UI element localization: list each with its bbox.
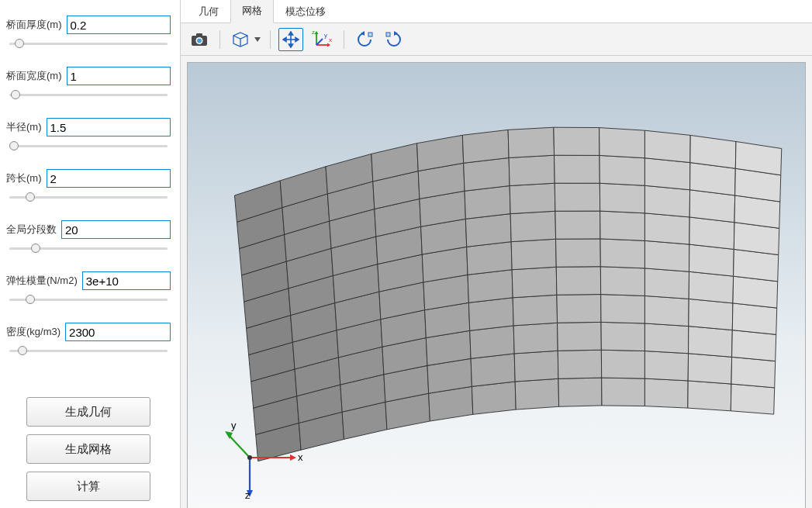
svg-marker-116 <box>555 183 599 211</box>
tab-mesh[interactable]: 网格 <box>230 0 274 23</box>
move-arrows-icon <box>282 31 299 48</box>
viewport-toolbar: z y x <box>181 23 812 56</box>
svg-marker-10 <box>289 44 293 47</box>
svg-rect-1 <box>196 33 202 36</box>
thickness-label: 桥面厚度(m) <box>6 18 62 32</box>
svg-marker-56 <box>558 322 602 351</box>
svg-marker-107 <box>689 217 734 250</box>
svg-line-147 <box>228 434 250 458</box>
svg-marker-102 <box>465 214 511 247</box>
svg-marker-32 <box>558 378 602 406</box>
svg-marker-91 <box>511 239 556 270</box>
svg-marker-146 <box>290 454 296 461</box>
svg-marker-70 <box>644 295 689 326</box>
svg-rect-24 <box>386 33 390 36</box>
span-slider[interactable] <box>6 192 171 206</box>
build-mesh-button[interactable]: 生成网格 <box>26 434 150 464</box>
toolbar-separator <box>219 30 220 49</box>
rotate-ccw-icon <box>355 31 374 48</box>
svg-marker-106 <box>644 213 689 244</box>
screenshot-button[interactable] <box>187 28 212 51</box>
axis-triad: x y z <box>219 415 304 500</box>
svg-marker-34 <box>644 378 688 408</box>
span-input[interactable] <box>47 169 171 188</box>
svg-marker-82 <box>644 268 689 299</box>
width-label: 桥面宽度(m) <box>6 69 62 83</box>
view-cube-dropdown[interactable] <box>253 28 262 51</box>
svg-marker-81 <box>600 267 644 296</box>
segments-slider[interactable] <box>6 244 171 257</box>
segments-label: 全局分段数 <box>6 223 57 237</box>
svg-marker-46 <box>644 351 688 381</box>
radius-input[interactable] <box>47 118 171 137</box>
svg-text:y: y <box>324 32 327 39</box>
radius-label: 半径(m) <box>6 120 42 134</box>
svg-marker-104 <box>555 211 600 239</box>
segments-input[interactable] <box>61 220 171 239</box>
xyz-axes-icon: z y x <box>310 29 333 50</box>
svg-marker-54 <box>470 326 514 358</box>
tab-geometry[interactable]: 几何 <box>187 0 230 23</box>
modulus-slider[interactable] <box>6 295 171 309</box>
svg-marker-138 <box>462 130 509 163</box>
svg-marker-129 <box>599 155 644 185</box>
svg-marker-139 <box>508 127 554 157</box>
svg-marker-118 <box>644 185 689 217</box>
viewport[interactable]: x y z <box>181 56 812 508</box>
svg-marker-143 <box>690 135 736 168</box>
width-slider[interactable] <box>6 90 171 104</box>
svg-text:x: x <box>329 36 332 43</box>
svg-marker-128 <box>555 155 600 183</box>
svg-marker-14 <box>315 31 319 34</box>
svg-marker-130 <box>644 158 689 190</box>
svg-marker-55 <box>513 323 558 354</box>
svg-point-151 <box>247 455 252 460</box>
width-input[interactable] <box>67 67 171 85</box>
svg-marker-117 <box>599 183 644 213</box>
svg-marker-11 <box>283 37 286 41</box>
svg-line-17 <box>316 39 323 45</box>
rotate-cw-button[interactable] <box>382 28 406 51</box>
svg-marker-9 <box>289 32 293 35</box>
svg-marker-79 <box>512 267 557 298</box>
svg-marker-71 <box>689 299 733 330</box>
span-label: 跨长(m) <box>6 171 42 185</box>
cube-icon <box>232 31 249 48</box>
svg-marker-43 <box>514 351 558 382</box>
radius-slider[interactable] <box>6 141 171 155</box>
svg-marker-69 <box>601 295 645 323</box>
svg-marker-31 <box>515 378 558 410</box>
model-canvas[interactable]: x y z <box>187 62 806 508</box>
svg-marker-105 <box>600 211 645 240</box>
density-label: 密度(kg/m3) <box>6 325 60 339</box>
axis-z-label: z <box>245 489 251 500</box>
build-geometry-button[interactable]: 生成几何 <box>26 397 150 427</box>
svg-marker-114 <box>465 186 510 219</box>
svg-marker-58 <box>644 323 688 354</box>
svg-marker-83 <box>689 271 733 303</box>
density-input[interactable] <box>65 323 171 341</box>
compute-button[interactable]: 计算 <box>26 472 150 501</box>
svg-marker-72 <box>732 303 776 334</box>
svg-marker-42 <box>471 354 515 386</box>
svg-marker-95 <box>689 244 734 276</box>
svg-marker-6 <box>254 37 261 42</box>
svg-marker-12 <box>295 37 299 41</box>
thickness-input[interactable] <box>67 16 171 34</box>
move-button[interactable] <box>278 28 303 51</box>
svg-marker-57 <box>601 322 644 351</box>
camera-icon <box>191 33 208 47</box>
svg-marker-94 <box>644 240 689 271</box>
toolbar-separator <box>270 30 271 49</box>
axes-button[interactable]: z y x <box>308 28 336 51</box>
rotate-ccw-button[interactable] <box>352 28 377 51</box>
svg-marker-33 <box>602 378 645 406</box>
svg-marker-90 <box>467 242 512 275</box>
tab-modal-displacement[interactable]: 模态位移 <box>274 0 337 23</box>
view-cube-button[interactable] <box>228 28 253 51</box>
svg-text:z: z <box>312 29 315 36</box>
density-slider[interactable] <box>6 346 171 360</box>
modulus-input[interactable] <box>82 271 171 290</box>
svg-marker-115 <box>510 183 555 213</box>
thickness-slider[interactable] <box>6 39 171 53</box>
